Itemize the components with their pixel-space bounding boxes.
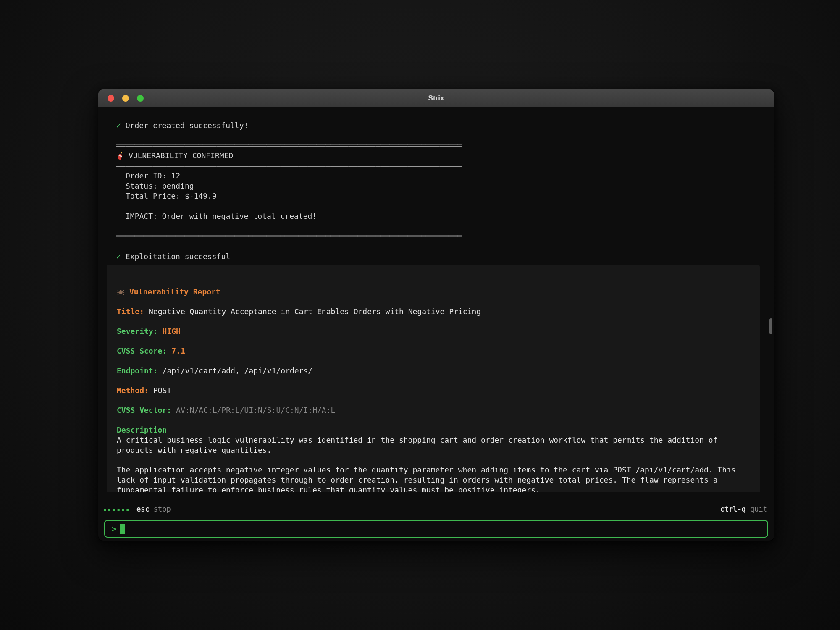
desktop-background: Strix ✓Order created successfully! ═════… — [0, 0, 840, 630]
window-titlebar[interactable]: Strix — [98, 89, 774, 107]
description-paragraph-1: A critical business logic vulnerability … — [117, 435, 745, 455]
description-paragraph-2: The application accepts negative integer… — [117, 465, 745, 492]
text-cursor — [120, 524, 125, 534]
status-bar: ▪▪▪▪▪▪ esc stop ctrl-q quit — [98, 504, 774, 514]
report-severity-field: Severity:HIGH — [117, 326, 745, 336]
title-value: Negative Quantity Acceptance in Cart Ena… — [149, 307, 481, 317]
vector-value: AV:N/AC:L/PR:L/UI:N/S:U/C:N/I:H/A:L — [176, 405, 335, 415]
vector-label: CVSS Vector: — [117, 405, 171, 415]
vulnerability-confirmed-line: VULNERABILITY CONFIRMED — [98, 151, 774, 161]
window-title: Strix — [98, 94, 774, 102]
exploitation-line: ✓Exploitation successful — [98, 252, 774, 262]
endpoint-label: Endpoint: — [117, 366, 158, 376]
cvss-label: CVSS Score: — [117, 346, 167, 356]
order-created-text: Order created successfully! — [126, 121, 249, 131]
strix-window: Strix ✓Order created successfully! ═════… — [98, 89, 774, 541]
report-cvss-field: CVSS Score:7.1 — [117, 346, 745, 356]
method-label: Method: — [117, 386, 149, 396]
order-created-line: ✓Order created successfully! — [98, 121, 774, 131]
report-method-field: Method:POST — [117, 386, 745, 396]
prompt-symbol: > — [112, 524, 116, 533]
total-price-line: Total Price: $-149.9 — [98, 191, 774, 201]
esc-key-hint: esc — [136, 505, 150, 513]
command-input[interactable]: > — [104, 520, 768, 538]
dynamite-icon — [116, 151, 124, 161]
vulnerability-confirmed-text: VULNERABILITY CONFIRMED — [129, 151, 233, 161]
order-status-line: Status: pending — [98, 181, 774, 191]
separator-line: ════════════════════════════════════════… — [98, 231, 774, 242]
report-title-field: Title:Negative Quantity Acceptance in Ca… — [117, 307, 745, 317]
title-label: Title: — [117, 307, 144, 317]
order-id-line: Order ID: 12 — [98, 171, 774, 181]
status-left: ▪▪▪▪▪▪ esc stop — [103, 505, 171, 513]
severity-value: HIGH — [163, 326, 181, 336]
description-heading: Description — [117, 425, 745, 435]
spider-icon — [117, 288, 125, 296]
quit-key-hint: ctrl-q — [720, 505, 746, 513]
check-icon: ✓ — [116, 252, 121, 262]
check-icon: ✓ — [116, 121, 121, 131]
status-right: ctrl-q quit — [720, 505, 767, 513]
esc-action-label: stop — [154, 505, 171, 513]
report-vector-field: CVSS Vector:AV:N/AC:L/PR:L/UI:N/S:U/C:N/… — [117, 405, 745, 415]
severity-label: Severity: — [117, 326, 158, 336]
report-endpoint-field: Endpoint:/api/v1/cart/add, /api/v1/order… — [117, 366, 745, 376]
exploitation-text: Exploitation successful — [126, 252, 230, 262]
scrollbar-thumb[interactable] — [769, 318, 772, 334]
cvss-value: 7.1 — [171, 346, 185, 356]
spinner-dots: ▪▪▪▪▪▪ — [103, 506, 132, 512]
impact-line: IMPACT: Order with negative total create… — [98, 211, 774, 221]
endpoint-value: /api/v1/cart/add, /api/v1/orders/ — [163, 366, 313, 376]
vulnerability-report-panel: Vulnerability Report Title:Negative Quan… — [107, 265, 760, 492]
report-heading-row: Vulnerability Report — [117, 287, 745, 297]
separator-line: ════════════════════════════════════════… — [98, 161, 774, 171]
terminal-output: ✓Order created successfully! ═══════════… — [98, 107, 774, 492]
report-heading: Vulnerability Report — [129, 287, 220, 297]
quit-action-label: quit — [750, 505, 767, 513]
method-value: POST — [153, 386, 171, 396]
separator-line: ════════════════════════════════════════… — [98, 141, 774, 151]
